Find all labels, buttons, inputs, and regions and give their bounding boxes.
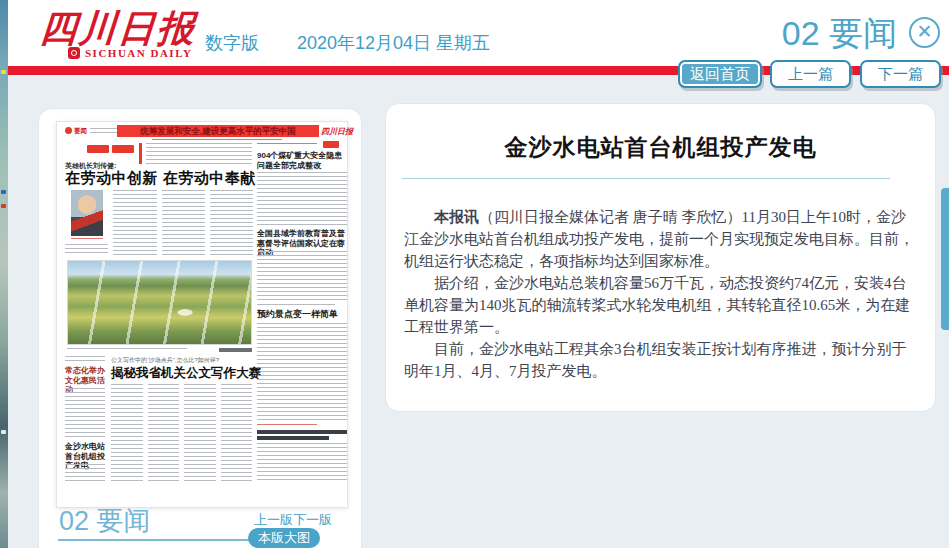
desktop-icon	[1, 430, 6, 434]
footer-page-label: 02 要闻	[59, 503, 151, 539]
article-card: 金沙水电站首台机组投产发电 本报讯（四川日报全媒体记者 唐子晴 李欣忆）11月3…	[385, 103, 936, 412]
date-label: 2020年12月04日 星期五	[297, 31, 490, 55]
thumb-masthead-logo: 四川日报	[321, 126, 353, 137]
red-label-box	[112, 145, 134, 153]
thumb-mid-headline: 揭秘我省机关公文写作大赛	[111, 365, 261, 382]
right-headline-4-bar	[257, 436, 329, 440]
article-body: 本报讯（四川日报全媒体记者 唐子晴 李欣忆）11月30日上午10时，金沙江金沙水…	[404, 206, 919, 382]
article-paragraph: 本报讯（四川日报全媒体记者 唐子晴 李欣忆）11月30日上午10时，金沙江金沙水…	[404, 206, 919, 272]
right-body-lines	[257, 251, 347, 301]
portrait-photo	[71, 190, 103, 236]
right-tag-line	[257, 424, 317, 428]
body-text-lines	[65, 244, 108, 256]
right-body-lines	[257, 172, 347, 226]
footer-underline	[58, 539, 251, 541]
lead-label: 本报讯	[434, 209, 479, 225]
next-article-button[interactable]: 下一篇	[860, 60, 941, 88]
previous-article-button[interactable]: 上一篇	[770, 60, 851, 88]
red-label-box	[87, 145, 109, 153]
brand-subtitle-label: SICHUAN DAILY	[85, 47, 192, 59]
body-text-lines	[162, 190, 205, 258]
body-text-lines	[65, 388, 105, 438]
thumb-banner-headline: 统筹发展和安全,建设更高水平的平安中国	[117, 125, 319, 137]
desktop-icon	[1, 204, 6, 208]
seal-icon	[68, 47, 80, 59]
left-headline-3-line1: 金沙水电站	[65, 442, 105, 451]
body-text-lines	[184, 384, 216, 482]
scrollbar-thumb[interactable]	[941, 188, 949, 330]
mid-body-columns	[111, 384, 252, 482]
lead-col-portrait	[65, 190, 108, 258]
thumb-right-headline-3: 预约景点变一样简单	[257, 310, 347, 320]
body-text-lines	[113, 190, 156, 258]
right-tag-box	[323, 141, 339, 148]
right-tag-line	[257, 143, 317, 147]
brand-subtitle: SICHUAN DAILY	[68, 47, 192, 59]
digest-text-lines	[146, 143, 252, 165]
body-text-lines	[111, 384, 143, 482]
page-number-dot	[65, 127, 72, 134]
body-text-lines	[148, 384, 180, 482]
left-box-kicker-lines	[65, 356, 105, 364]
title-divider	[402, 178, 890, 179]
thumb-mid-kicker: 公文写作中的“沙场点兵”,怎么比?如何评?	[111, 356, 219, 364]
back-to-home-button[interactable]: 返回首页	[678, 60, 762, 88]
right-body-lines	[257, 323, 347, 421]
desktop-icon	[1, 190, 6, 194]
thumb-section-label: 要闻	[74, 127, 87, 136]
newspaper-page-thumbnail[interactable]: 要闻 统筹发展和安全,建设更高水平的平安中国 四川日报 904个煤矿重大安全隐患…	[56, 121, 348, 508]
article-paragraph: 据介绍，金沙水电站总装机容量56万千瓦，动态投资约74亿元，安装4台单机容量为1…	[404, 272, 919, 338]
header: 四川日报 SICHUAN DAILY 数字版 2020年12月04日 星期五 0…	[8, 0, 949, 66]
photo-credit-bar	[219, 348, 252, 352]
photo-caption-lines	[67, 348, 187, 352]
article-title: 金沙水电站首台机组投产发电	[386, 132, 935, 163]
right-headline-4-bar	[257, 430, 347, 434]
previous-page-link[interactable]: 上一版	[254, 512, 293, 527]
thumb-right-headline-1: 904个煤矿重大安全隐患问题全部完成整改	[257, 151, 347, 170]
page-thumbnail-card: 要闻 统筹发展和安全,建设更高水平的平安中国 四川日报 904个煤矿重大安全隐患…	[38, 108, 362, 548]
paragraph-text: （四川日报全媒体记者 唐子晴 李欣忆）11月30日上午10时，金沙江金沙水电站首…	[404, 209, 914, 269]
digital-newspaper-app: 四川日报 SICHUAN DAILY 数字版 2020年12月04日 星期五 0…	[0, 0, 949, 548]
full-page-view-button[interactable]: 本版大图	[248, 528, 320, 548]
right-kicker-line	[257, 304, 335, 308]
desktop-icon	[1, 70, 6, 74]
portrait-caption	[71, 238, 103, 242]
thumb-lead-headline: 在劳动中创新 在劳动中奉献	[65, 169, 256, 188]
next-page-link[interactable]: 下一版	[293, 512, 332, 527]
edition-label[interactable]: 数字版	[205, 31, 259, 55]
digest-red-rule	[139, 143, 142, 164]
current-page-title: 02 要闻	[782, 11, 897, 57]
lead-body-columns	[65, 190, 253, 258]
body-text-lines	[65, 464, 105, 482]
close-icon[interactable]: ✕	[909, 17, 940, 48]
body-text-lines	[210, 190, 253, 258]
right-body-lines	[257, 443, 347, 481]
article-paragraph: 目前，金沙水电站工程其余3台机组安装正按计划有序推进，预计分别于明年1月、4月、…	[404, 338, 919, 382]
desktop-background-strip	[0, 0, 8, 548]
aerial-photo	[67, 260, 252, 345]
page-nav-links: 上一版下一版	[254, 510, 332, 529]
body-text-lines	[221, 384, 253, 482]
